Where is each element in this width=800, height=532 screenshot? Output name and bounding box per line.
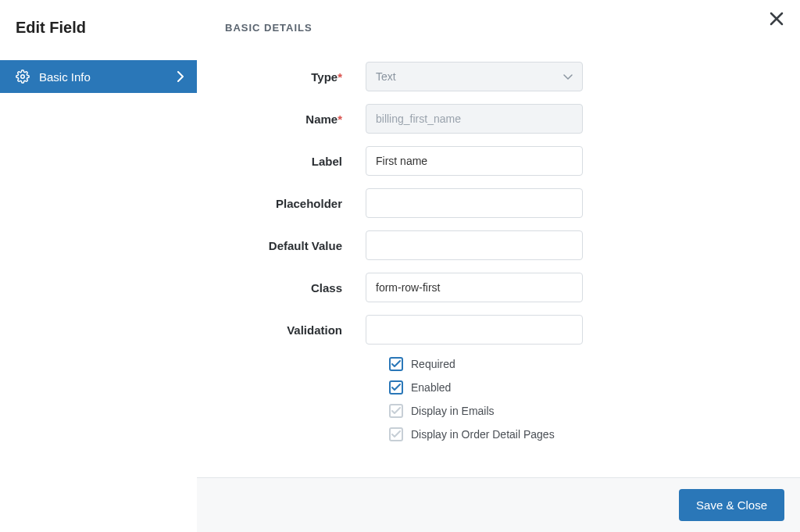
default-value-label: Default Value (225, 239, 366, 252)
chevron-right-icon (177, 71, 184, 82)
type-label: Type* (225, 70, 366, 84)
validation-label: Validation (225, 323, 366, 337)
placeholder-label: Placeholder (225, 197, 366, 210)
page-title: Edit Field (0, 0, 197, 60)
close-button[interactable] (769, 11, 784, 30)
type-value: Text (376, 70, 396, 83)
default-value-input[interactable] (366, 230, 583, 260)
label-label: Label (225, 155, 366, 168)
chevron-down-icon (563, 70, 573, 83)
type-select[interactable]: Text (366, 62, 583, 91)
checkbox-icon (389, 380, 403, 395)
validation-input[interactable] (366, 315, 583, 345)
checkbox-icon (389, 357, 403, 371)
checkbox-label: Display in Emails (411, 405, 495, 417)
main-panel: BASIC DETAILS Type* Text (197, 0, 800, 532)
checkbox-icon (389, 427, 403, 441)
svg-point-0 (21, 75, 25, 79)
placeholder-input[interactable] (366, 188, 583, 218)
checkbox-label: Enabled (411, 381, 451, 394)
save-close-button[interactable]: Save & Close (679, 489, 784, 521)
checkbox-display-emails[interactable]: Display in Emails (389, 404, 772, 418)
sidebar-item-label: Basic Info (39, 70, 177, 84)
class-label: Class (225, 281, 366, 295)
checkbox-display-order-pages[interactable]: Display in Order Detail Pages (389, 427, 772, 441)
checkbox-label: Required (411, 358, 455, 370)
checkbox-enabled[interactable]: Enabled (389, 380, 772, 395)
sidebar: Edit Field Basic Info (0, 0, 197, 532)
name-label: Name* (225, 112, 366, 126)
checkbox-required[interactable]: Required (389, 357, 772, 371)
footer: Save & Close (197, 477, 800, 532)
name-input (366, 104, 583, 134)
gear-icon (16, 70, 30, 84)
checkbox-label: Display in Order Detail Pages (411, 428, 555, 441)
label-input[interactable] (366, 146, 583, 176)
checkbox-icon (389, 404, 403, 418)
class-input[interactable] (366, 273, 583, 302)
section-title: BASIC DETAILS (225, 22, 772, 34)
sidebar-item-basic-info[interactable]: Basic Info (0, 60, 197, 93)
